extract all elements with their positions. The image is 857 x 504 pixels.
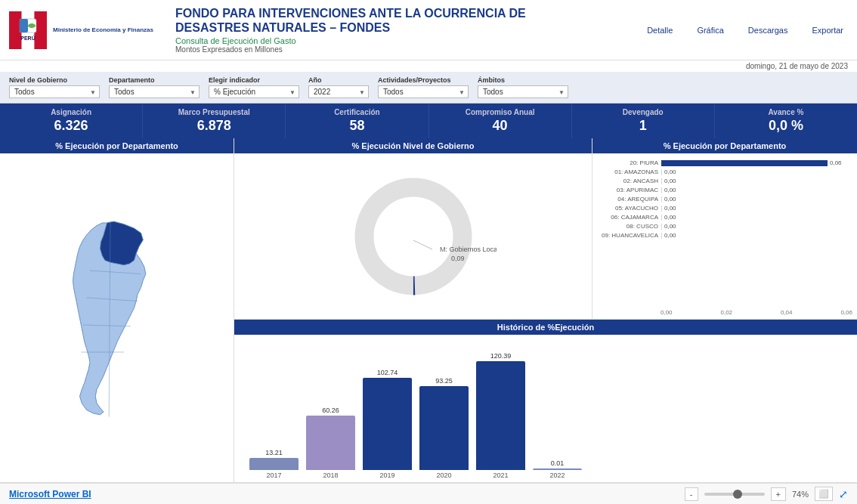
bar-row-value: 0,00 <box>662 232 676 239</box>
filter-bar: Nivel de Gobierno Todos Departamento Tod… <box>0 72 857 104</box>
historical-title: Histórico de %Ejecución <box>234 320 857 335</box>
fullscreen-icon[interactable]: ⤢ <box>839 488 848 500</box>
hist-bar-group[interactable]: 102.74 2019 <box>363 369 412 479</box>
main-title-line1: FONDO PARA INTERVENCIONES ANTE LA OCURRE… <box>175 6 635 20</box>
indicador-select[interactable]: % Ejecución <box>209 85 299 98</box>
nivel-gobierno-select[interactable]: Todos <box>9 85 100 98</box>
ambitos-select[interactable]: Todos <box>478 85 568 98</box>
indicador-select-wrapper: % Ejecución <box>209 85 299 98</box>
indicador-label: Elegir indicador <box>209 76 299 84</box>
zoom-handle <box>733 490 742 499</box>
nav-exportar[interactable]: Exportar <box>807 23 848 38</box>
hist-bar-group[interactable]: 60.26 2018 <box>306 407 355 479</box>
anio-label: Año <box>308 76 369 84</box>
anio-select[interactable]: 2022 <box>308 85 369 98</box>
departamento-select[interactable]: Todos <box>109 85 200 98</box>
donut-chart-svg[interactable]: M: Gobiernos Locales 0,09 <box>330 169 497 305</box>
hist-bar-group[interactable]: 0.01 2022 <box>533 459 582 479</box>
nivel-gobierno-select-wrapper: Todos <box>9 85 100 98</box>
header: PERÚ Ministerio de Economía y Finanzas F… <box>0 0 857 60</box>
historical-panel: Histórico de %Ejecución 13.21 2017 60.26… <box>234 320 857 482</box>
svg-text:0,09: 0,09 <box>451 255 465 262</box>
zoom-plus-button[interactable]: + <box>771 487 786 501</box>
powerbi-link[interactable]: Microsoft Power BI <box>9 489 91 499</box>
hist-bar <box>476 361 525 470</box>
bar-chart-row: 03: APURIMAC 0,00 <box>597 187 852 193</box>
fit-screen-icon[interactable]: ⬜ <box>815 487 833 501</box>
nav-detalle[interactable]: Detalle <box>642 23 677 38</box>
x-label-1: 0,02 <box>720 309 732 316</box>
kpi-certificacion: Certificación 58 <box>286 104 428 138</box>
bar-row-label: 05: AYACUCHO <box>597 205 661 212</box>
actividades-select[interactable]: Todos <box>378 85 469 98</box>
hist-bar-label: 2021 <box>493 472 508 479</box>
nav-grafica[interactable]: Gráfica <box>692 23 728 38</box>
zoom-controls: - + 74% ⬜ ⤢ <box>685 487 848 501</box>
svg-point-6 <box>28 23 36 28</box>
bar-row-label: 01: AMAZONAS <box>597 169 661 175</box>
bar-chart-row: 04: AREQUIPA 0,00 <box>597 196 852 203</box>
kpi-comp-label: Compromiso Anual <box>438 108 562 116</box>
kpi-comp-value: 40 <box>438 118 562 134</box>
x-label-3: 0,06 <box>840 309 852 316</box>
svg-text:PERÚ: PERÚ <box>20 35 35 41</box>
bar-row-value: 0,00 <box>662 169 676 175</box>
bar-row-value: 0,06 <box>828 159 842 166</box>
header-subtitle: Consulta de Ejecución del Gasto <box>175 36 635 45</box>
nav-descargas[interactable]: Descargas <box>744 23 793 38</box>
kpi-asignacion-value: 6.326 <box>9 118 133 134</box>
x-axis-labels: 0,00 0,02 0,04 0,06 <box>592 308 857 319</box>
main-container: PERÚ Ministerio de Economía y Finanzas F… <box>0 0 857 504</box>
svg-text:M: Gobiernos Locales: M: Gobiernos Locales <box>440 246 497 253</box>
zoom-minus-button[interactable]: - <box>685 487 698 501</box>
bar-row-label: 08: CUSCO <box>597 223 661 230</box>
peru-map-svg[interactable] <box>49 216 185 420</box>
svg-point-13 <box>364 187 463 286</box>
filter-anio: Año 2022 <box>308 76 369 98</box>
hist-bar <box>363 378 412 470</box>
filter-actividades: Actividades/Proyectos Todos <box>378 76 469 98</box>
bar-row-value: 0,00 <box>662 214 676 221</box>
bottom-bar: Microsoft Power BI - + 74% ⬜ ⤢ <box>0 482 857 504</box>
bar-row-value: 0,00 <box>662 223 676 230</box>
bar-chart-row: 08: CUSCO 0,00 <box>597 223 852 230</box>
actividades-label: Actividades/Proyectos <box>378 76 469 84</box>
historical-content: 13.21 2017 60.26 2018 102.74 2019 93.25 … <box>234 335 857 482</box>
ambitos-label: Ámbitos <box>478 76 568 84</box>
bar-chart-row: 09: HUANCAVELICA 0,00 <box>597 232 852 239</box>
header-nav: Detalle Gráfica Descargas Exportar <box>642 23 848 38</box>
anio-select-wrapper: 2022 <box>308 85 369 98</box>
bar-chart-content: 20: PIURA 0,06 01: AMAZONAS 0,00 02: ANC… <box>592 153 857 308</box>
kpi-avance-value: 0,0 % <box>724 118 848 134</box>
kpi-avance-label: Avance % <box>724 108 848 116</box>
bar-row-value: 0,00 <box>662 178 676 184</box>
kpi-marco-value: 6.878 <box>152 118 276 134</box>
map-content <box>0 153 234 482</box>
hist-bar-value: 13.21 <box>265 449 283 456</box>
zoom-slider[interactable] <box>704 493 765 496</box>
bar-chart-row: 01: AMAZONAS 0,00 <box>597 169 852 175</box>
hist-bar <box>306 416 355 470</box>
kpi-cert-label: Certificación <box>295 108 419 116</box>
kpi-devengado: Devengado 1 <box>572 104 715 138</box>
peru-logo: PERÚ <box>9 11 47 49</box>
bar-row-value: 0,00 <box>662 205 676 212</box>
bar-chart-row: 05: AYACUCHO 0,00 <box>597 205 852 212</box>
charts-area: % Ejecución por Departamento <box>0 138 857 482</box>
filter-departamento: Departamento Todos <box>109 76 200 98</box>
x-label-2: 0,04 <box>781 309 793 316</box>
hist-bar-group[interactable]: 120.39 2021 <box>476 352 525 479</box>
hist-bar-value: 93.25 <box>435 377 453 385</box>
hist-bar-label: 2017 <box>266 472 281 479</box>
hist-bar-label: 2022 <box>549 472 565 479</box>
kpi-marco: Marco Presupuestal 6.878 <box>143 104 286 138</box>
donut-panel-title: % Ejecución Nivel de Gobierno <box>234 138 592 153</box>
actividades-select-wrapper: Todos <box>378 85 469 98</box>
hist-bar-group[interactable]: 93.25 2020 <box>419 377 469 479</box>
x-label-0: 0,00 <box>661 309 673 316</box>
top-charts-row: % Ejecución Nivel de Gobierno M: Gobiern… <box>234 138 857 320</box>
bar-chart-row: 06: CAJAMARCA 0,00 <box>597 214 852 221</box>
bar-row-label: 09: HUANCAVELICA <box>597 232 661 239</box>
hist-bar-group[interactable]: 13.21 2017 <box>249 449 299 479</box>
hist-bar <box>249 458 299 470</box>
